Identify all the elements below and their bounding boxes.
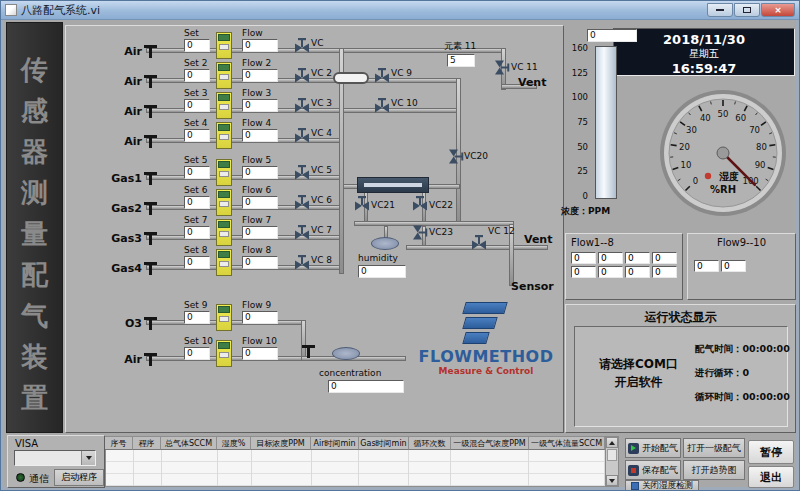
title-bar[interactable]: 八路配气系统.vi × <box>1 1 799 20</box>
valve-icon[interactable] <box>294 38 310 53</box>
flow-readout: 0 <box>625 252 650 264</box>
valve-label: VC 8 <box>311 255 332 265</box>
valve-icon[interactable] <box>294 195 310 210</box>
table-cell <box>529 450 605 462</box>
set-label: Set 9 <box>184 300 207 310</box>
tee-valve-icon <box>144 230 157 249</box>
gas-source-label: Air <box>106 135 142 148</box>
valve-icon[interactable] <box>294 98 310 113</box>
table-cell <box>252 474 312 486</box>
valve-icon[interactable] <box>294 68 310 83</box>
scroll-down-button[interactable] <box>606 475 618 486</box>
valve-label: VC22 <box>429 200 453 210</box>
table-header-cell: 程序 <box>133 436 161 450</box>
table-row <box>106 474 605 486</box>
close-button[interactable]: × <box>761 3 795 17</box>
table-header-cell: 湿度% <box>217 436 251 450</box>
start-gas-button[interactable]: 开始配气 <box>625 438 681 458</box>
sensor-label: Sensor <box>511 280 554 293</box>
flow-label: Flow 6 <box>242 185 271 195</box>
valve-icon[interactable] <box>374 98 390 113</box>
set-label: Set 3 <box>184 88 207 98</box>
valve-icon[interactable] <box>294 165 310 180</box>
set-input[interactable]: 0 <box>184 311 210 324</box>
app-window: 八路配气系统.vi × 传感器测量配气装置 humidity 0 concent… <box>0 0 800 491</box>
flow-label: Flow <box>242 28 263 38</box>
set-input[interactable]: 0 <box>184 226 210 239</box>
flow-readout: 0 <box>571 266 596 278</box>
sidebar-char: 配 <box>7 254 62 295</box>
inline-filter-icon <box>333 72 369 84</box>
humidity-value[interactable]: 0 <box>358 265 406 278</box>
open-primary-gas-button[interactable]: 打开一级配气 <box>683 438 745 458</box>
valve-icon[interactable] <box>412 196 428 211</box>
table-cell <box>162 462 218 474</box>
triangle-up-icon <box>609 441 615 445</box>
set-input[interactable]: 0 <box>184 347 210 360</box>
valve-icon[interactable] <box>294 225 310 240</box>
exit-button[interactable]: 退出 <box>748 466 794 488</box>
valve-label: VC 2 <box>311 68 332 78</box>
valve-icon[interactable] <box>374 68 390 83</box>
set-input[interactable]: 0 <box>184 99 210 112</box>
stat-row: 配气时间：00:00:00 <box>695 343 787 356</box>
bar-tick-label: 25 <box>577 166 588 176</box>
valve-icon[interactable] <box>471 235 487 250</box>
concentration-value[interactable]: 0 <box>328 380 404 393</box>
flowmethod-logo: FLOWMETHOD Measure & Control <box>411 302 561 398</box>
scrollbar-thumb[interactable] <box>607 449 617 461</box>
element11-value[interactable]: 5 <box>447 54 475 67</box>
valve-icon[interactable] <box>294 255 310 270</box>
gas-source-label: Air <box>106 105 142 118</box>
svg-text:70: 70 <box>749 125 760 135</box>
table-cell <box>252 462 312 474</box>
svg-text:20: 20 <box>679 142 690 152</box>
vent-top-label: Vent <box>518 76 546 89</box>
comm-led-indicator <box>16 473 25 482</box>
valve-icon[interactable] <box>449 149 464 165</box>
tee-valve-icon <box>144 43 157 62</box>
maximize-button[interactable] <box>734 3 760 17</box>
table-cell <box>409 462 451 474</box>
flow-readout: 0 <box>652 266 677 278</box>
save-gas-button[interactable]: 保存配气 <box>625 460 681 480</box>
start-program-button[interactable]: 启动程序 <box>54 469 104 486</box>
set-input[interactable]: 0 <box>184 129 210 142</box>
flow-readout: 0 <box>721 260 746 272</box>
minimize-button[interactable] <box>707 3 733 17</box>
valve-icon[interactable] <box>495 60 510 76</box>
visa-resource-combo[interactable] <box>14 450 96 466</box>
sidebar-title: 传感器测量配气装置 <box>7 49 62 418</box>
set-input[interactable]: 0 <box>184 69 210 82</box>
set-input[interactable]: 0 <box>184 166 210 179</box>
set-input[interactable]: 0 <box>184 39 210 52</box>
valve-label: VC 5 <box>311 165 332 175</box>
flow-display: 0 <box>242 311 278 324</box>
set-input[interactable]: 0 <box>184 196 210 209</box>
flow-display: 0 <box>242 166 278 179</box>
close-humidity-button[interactable]: 关闭湿度检测 <box>625 480 699 491</box>
set-label: Set 6 <box>184 185 207 195</box>
flow-label: Flow 10 <box>242 336 277 346</box>
table-cell <box>451 450 529 462</box>
open-trend-label: 打开趋势图 <box>692 464 737 477</box>
valve-icon[interactable] <box>354 196 370 211</box>
combo-dropdown-button[interactable] <box>81 451 95 465</box>
scroll-up-button[interactable] <box>606 437 618 448</box>
set-input[interactable]: 0 <box>184 256 210 269</box>
flow-display: 0 <box>242 129 278 142</box>
table-row <box>106 462 605 474</box>
open-trend-button[interactable]: 打开趋势图 <box>683 460 745 480</box>
table-cell <box>359 450 409 462</box>
flow-label: Flow 7 <box>242 215 271 225</box>
flowmethod-logo-icon <box>464 302 508 344</box>
table-scrollbar[interactable] <box>605 436 619 487</box>
flow-label: Flow 5 <box>242 155 271 165</box>
valve-label: VC 4 <box>311 128 332 138</box>
sidebar-char: 传 <box>7 49 62 90</box>
valve-icon[interactable] <box>413 225 428 241</box>
valve-icon[interactable] <box>294 128 310 143</box>
pause-button[interactable]: 暂停 <box>748 440 794 464</box>
valve-label: VC <box>311 38 323 48</box>
table-cell <box>162 450 218 462</box>
